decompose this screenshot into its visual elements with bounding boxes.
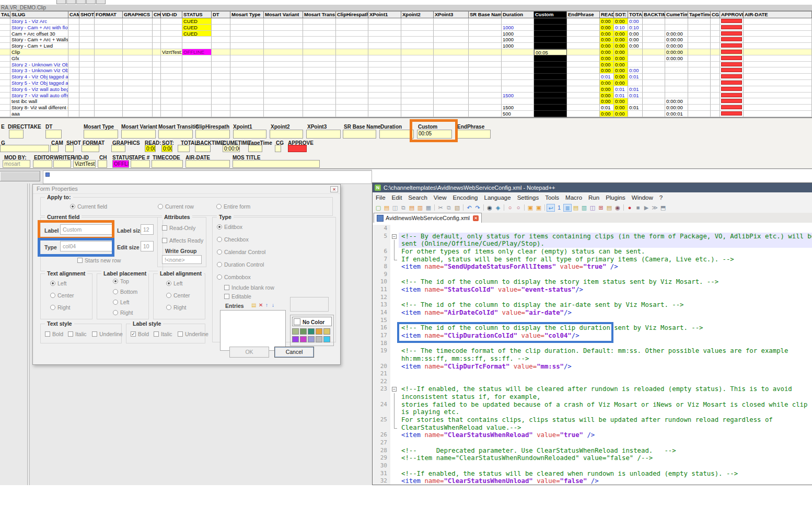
cell-tal[interactable] xyxy=(0,62,10,68)
cell-cume[interactable] xyxy=(665,18,688,25)
cell-cam[interactable] xyxy=(68,98,79,105)
column-header-sot[interactable]: SOT: xyxy=(614,12,628,18)
folder-workspace-icon[interactable]: ⊞ xyxy=(597,204,605,212)
cell-dur[interactable]: 1000 xyxy=(502,25,534,31)
cell-ch[interactable] xyxy=(153,43,161,49)
cell-format[interactable] xyxy=(95,37,123,43)
radio-combobox[interactable]: Combobox xyxy=(217,274,251,280)
cell-custom[interactable] xyxy=(534,80,567,86)
code-text[interactable]: <item name="AirDateColId" value="air-dat… xyxy=(399,309,812,317)
cell-x2[interactable] xyxy=(401,25,434,31)
cell-mtr[interactable] xyxy=(303,55,336,62)
cell-dur[interactable]: 500 xyxy=(502,111,534,117)
cell-vid[interactable] xyxy=(161,74,182,80)
cell-sot[interactable]: 0:00 xyxy=(614,74,628,80)
cell-appr[interactable] xyxy=(720,105,744,111)
close-icon[interactable]: ✕ xyxy=(330,186,338,192)
code-text[interactable] xyxy=(399,225,812,233)
cell-tape[interactable] xyxy=(688,37,711,43)
cell-custom[interactable] xyxy=(534,86,567,93)
cell-appr[interactable] xyxy=(720,67,744,74)
code-text[interactable] xyxy=(399,462,812,470)
palette-swatch[interactable] xyxy=(292,336,299,342)
cell-cume[interactable] xyxy=(665,93,688,99)
cell-slug[interactable]: Story 4 - Viz Obj tagged as xyxy=(10,74,68,80)
rundown-row[interactable]: Story 4 - Viz Obj tagged as0:010:000:01 xyxy=(0,74,812,80)
cell-shot[interactable] xyxy=(79,93,95,99)
cell-bt[interactable] xyxy=(643,31,665,37)
cell-bt[interactable] xyxy=(643,49,665,55)
cell-x1[interactable] xyxy=(368,93,401,99)
column-header-dur[interactable]: Duration xyxy=(502,12,534,18)
column-header-read[interactable]: READ: xyxy=(600,12,614,18)
cell-srb[interactable] xyxy=(469,80,502,86)
cell-mt[interactable] xyxy=(230,74,264,80)
cell-chp[interactable] xyxy=(336,86,368,93)
new-file-icon[interactable]: ▢ xyxy=(374,204,382,212)
cell-bt[interactable] xyxy=(643,93,665,99)
cell-air[interactable] xyxy=(744,18,812,25)
rundown-row[interactable]: Story 8- Viz wall different mo15000:010:… xyxy=(0,105,812,111)
cell-dur[interactable] xyxy=(502,67,534,74)
cell-bt[interactable] xyxy=(643,105,665,111)
cell-tape[interactable] xyxy=(688,31,711,37)
form-field-duration[interactable] xyxy=(379,130,414,139)
cell-read[interactable]: 0:00 xyxy=(600,62,614,68)
cell-x1[interactable] xyxy=(368,37,401,43)
cell-air[interactable] xyxy=(744,62,812,68)
cell-mt[interactable] xyxy=(230,98,264,105)
code-text[interactable]: <!--If enabled, the status will be clear… xyxy=(399,385,812,393)
cell-read[interactable]: 0:00 xyxy=(600,98,614,105)
cell-x3[interactable] xyxy=(434,25,469,31)
close-all-icon[interactable]: ▥ xyxy=(416,204,424,212)
cell-sot[interactable]: 0:10 xyxy=(614,25,628,31)
cell-x2[interactable] xyxy=(401,49,434,55)
cell-vid[interactable] xyxy=(161,62,182,68)
cell-shot[interactable] xyxy=(79,86,95,93)
rundown-row[interactable]: Cam + Arc offset 30CUED10000:000:000:000… xyxy=(0,31,812,37)
form-field-writer[interactable] xyxy=(53,160,71,168)
cell-x2[interactable] xyxy=(401,86,434,93)
menu-edit[interactable]: Edit xyxy=(389,194,405,201)
cell-status[interactable] xyxy=(182,93,212,99)
cell-cam[interactable] xyxy=(68,55,79,62)
form-field-mosart-variant[interactable] xyxy=(121,130,156,139)
toolbar-button[interactable] xyxy=(86,0,96,4)
menu-window[interactable]: Window xyxy=(629,194,656,201)
cell-x1[interactable] xyxy=(368,111,401,117)
cell-custom[interactable] xyxy=(534,74,567,80)
cell-air[interactable] xyxy=(744,80,812,86)
column-header-chp[interactable]: ClipHirespath xyxy=(336,12,368,18)
cell-dt[interactable] xyxy=(212,31,230,37)
form-field-sr-base-name[interactable] xyxy=(343,130,376,139)
cell-sot[interactable]: 0:00 xyxy=(614,62,628,68)
radio-bottom[interactable]: Bottom xyxy=(113,289,137,295)
cell-cg[interactable] xyxy=(711,98,720,105)
cell-bt[interactable] xyxy=(643,80,665,86)
cell-status[interactable] xyxy=(182,55,212,62)
code-text[interactable] xyxy=(399,370,812,378)
column-header-ep[interactable]: EndPhrase xyxy=(567,12,600,18)
checkbox-italic[interactable]: Italic xyxy=(154,331,172,337)
cell-dt[interactable] xyxy=(212,86,230,93)
column-header-ch[interactable]: CH xyxy=(153,12,161,18)
cell-custom[interactable] xyxy=(534,67,567,74)
cell-ch[interactable] xyxy=(153,86,161,93)
cell-tota[interactable]: 0:00 xyxy=(628,18,643,25)
cell-appr[interactable] xyxy=(720,98,744,105)
column-header-cg[interactable]: CG xyxy=(711,12,720,18)
cell-mt[interactable] xyxy=(230,80,264,86)
cell-x2[interactable] xyxy=(401,98,434,105)
cell-vid[interactable] xyxy=(161,43,182,49)
cell-slug[interactable]: aaa xyxy=(10,111,68,117)
record-macro-icon[interactable]: ● xyxy=(625,204,634,212)
cell-format[interactable] xyxy=(95,25,123,31)
cell-ch[interactable] xyxy=(153,49,161,55)
cell-bt[interactable] xyxy=(643,55,665,62)
code-text[interactable]: <item name="ClearStatusWhenReload" value… xyxy=(399,431,812,439)
cell-read[interactable]: 0:00 xyxy=(600,49,614,55)
cell-tota[interactable]: 0:00 xyxy=(628,31,643,37)
cell-ep[interactable] xyxy=(567,25,600,31)
cell-mtr[interactable] xyxy=(303,111,336,117)
cell-ep[interactable] xyxy=(567,67,600,74)
